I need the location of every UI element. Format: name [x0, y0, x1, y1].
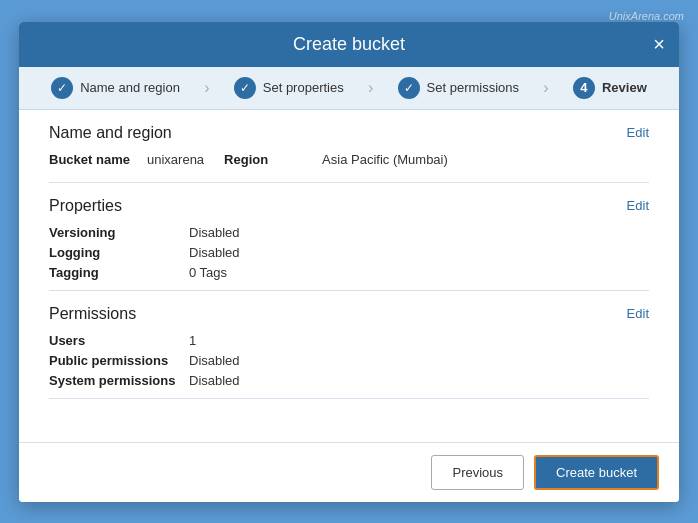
- permissions-header: Permissions Edit: [49, 305, 649, 323]
- logging-key: Logging: [49, 245, 189, 260]
- bucket-name-value: unixarena: [147, 152, 204, 167]
- properties-section: Properties Edit Versioning Disabled Logg…: [49, 183, 649, 291]
- step-set-properties: ✓ Set properties: [234, 77, 344, 99]
- versioning-value: Disabled: [189, 225, 389, 240]
- permissions-title: Permissions: [49, 305, 136, 323]
- permissions-section: Permissions Edit Users 1 Public permissi…: [49, 291, 649, 399]
- create-bucket-button[interactable]: Create bucket: [534, 455, 659, 490]
- step-label-set-properties: Set properties: [263, 80, 344, 95]
- step-divider-2: ›: [368, 79, 373, 97]
- tagging-value: 0 Tags: [189, 265, 389, 280]
- steps-bar: ✓ Name and region › ✓ Set properties › ✓…: [19, 67, 679, 110]
- step-icon-review: 4: [573, 77, 595, 99]
- step-review: 4 Review: [573, 77, 647, 99]
- modal-footer: Previous Create bucket: [19, 442, 679, 502]
- system-permissions-key: System permissions: [49, 373, 189, 388]
- step-set-permissions: ✓ Set permissions: [398, 77, 519, 99]
- bucket-name-label: Bucket name: [49, 152, 139, 167]
- system-permissions-value: Disabled: [189, 373, 389, 388]
- logging-value: Disabled: [189, 245, 389, 260]
- step-label-name-region: Name and region: [80, 80, 180, 95]
- modal-dialog: Create bucket × ✓ Name and region › ✓ Se…: [19, 22, 679, 502]
- name-region-edit-link[interactable]: Edit: [627, 125, 649, 140]
- name-region-section: Name and region Edit Bucket name unixare…: [49, 110, 649, 183]
- step-check-2: ✓: [240, 81, 250, 95]
- step-divider-1: ›: [204, 79, 209, 97]
- bucket-name-row: Bucket name unixarena: [49, 152, 204, 167]
- properties-grid: Versioning Disabled Logging Disabled Tag…: [49, 225, 649, 280]
- properties-title: Properties: [49, 197, 122, 215]
- step-number-review: 4: [580, 80, 587, 95]
- region-value: Asia Pacific (Mumbai): [322, 152, 448, 167]
- modal-body: Name and region Edit Bucket name unixare…: [19, 110, 679, 442]
- versioning-key: Versioning: [49, 225, 189, 240]
- step-icon-set-permissions: ✓: [398, 77, 420, 99]
- step-name-region: ✓ Name and region: [51, 77, 180, 99]
- step-check-3: ✓: [404, 81, 414, 95]
- region-row: Region Asia Pacific (Mumbai): [224, 152, 448, 167]
- public-permissions-value: Disabled: [189, 353, 389, 368]
- step-icon-set-properties: ✓: [234, 77, 256, 99]
- step-icon-name-region: ✓: [51, 77, 73, 99]
- name-region-info: Bucket name unixarena Region Asia Pacifi…: [49, 152, 649, 172]
- properties-header: Properties Edit: [49, 197, 649, 215]
- modal-header: Create bucket ×: [19, 22, 679, 67]
- name-region-header: Name and region Edit: [49, 124, 649, 142]
- name-region-title: Name and region: [49, 124, 172, 142]
- properties-edit-link[interactable]: Edit: [627, 198, 649, 213]
- modal-title: Create bucket: [293, 34, 405, 54]
- step-label-set-permissions: Set permissions: [427, 80, 519, 95]
- users-value: 1: [189, 333, 389, 348]
- users-key: Users: [49, 333, 189, 348]
- close-button[interactable]: ×: [653, 34, 665, 54]
- step-label-review: Review: [602, 80, 647, 95]
- public-permissions-key: Public permissions: [49, 353, 189, 368]
- region-label: Region: [224, 152, 314, 167]
- tagging-key: Tagging: [49, 265, 189, 280]
- step-divider-3: ›: [543, 79, 548, 97]
- step-check-1: ✓: [57, 81, 67, 95]
- permissions-grid: Users 1 Public permissions Disabled Syst…: [49, 333, 649, 388]
- previous-button[interactable]: Previous: [431, 455, 524, 490]
- permissions-edit-link[interactable]: Edit: [627, 306, 649, 321]
- watermark: UnixArena.com: [609, 10, 684, 22]
